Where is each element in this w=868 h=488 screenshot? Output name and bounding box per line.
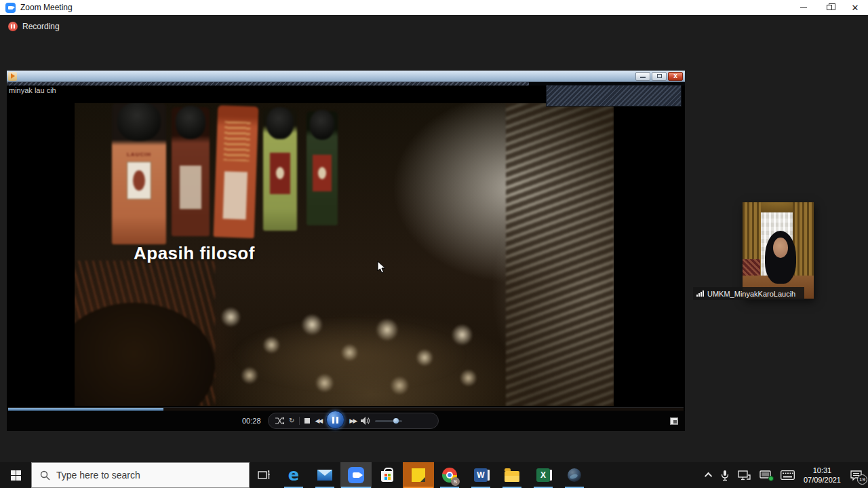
bottle-brand-label: LAUCIH: [117, 151, 161, 157]
recording-pause-icon: [8, 22, 18, 31]
globe-app-icon: [568, 468, 581, 482]
microsoft-store-icon: [381, 471, 393, 482]
elapsed-time: 00:28: [242, 417, 261, 425]
microphone-icon[interactable]: [721, 470, 729, 481]
participant-name-label: UMKM_MinyakKaroLaucih: [693, 287, 804, 300]
start-button[interactable]: [0, 462, 31, 488]
player-restore-button[interactable]: [652, 72, 667, 81]
taskbar-chrome[interactable]: S: [434, 462, 465, 488]
participant-face: [773, 238, 788, 258]
bottle-darkred: [172, 107, 210, 236]
mouse-cursor: [377, 261, 386, 274]
close-button[interactable]: ✕: [842, 0, 868, 15]
bottle-darkgreen: [307, 111, 338, 225]
taskbar-edge[interactable]: e: [278, 462, 309, 488]
search-icon: [40, 470, 50, 481]
taskbar-globe-app[interactable]: [559, 462, 590, 488]
security-ok-badge: [768, 476, 774, 481]
rewind-button[interactable]: ◀◀: [315, 417, 321, 424]
player-close-button[interactable]: x: [668, 72, 683, 81]
tray-expand-icon[interactable]: [705, 472, 712, 480]
window-title: Zoom Meeting: [20, 3, 73, 12]
repeat-icon[interactable]: ↻: [289, 417, 294, 424]
bottle-photo: [127, 162, 151, 200]
media-player-window: x minyak lau cih LAUCIH: [7, 71, 685, 431]
controls-divider: [299, 417, 300, 425]
sticky-notes-icon: [412, 468, 425, 482]
participant-video[interactable]: [743, 202, 814, 299]
player-controls-bar: 00:28 ↻ ◀◀ ▶▶: [7, 411, 685, 431]
task-view-button[interactable]: [250, 462, 278, 488]
minimize-button[interactable]: [791, 0, 816, 15]
edge-icon: e: [288, 466, 299, 485]
window-controls: ✕: [791, 0, 868, 15]
task-view-icon: [258, 470, 270, 481]
clip-title: minyak lau cih: [9, 86, 56, 94]
network-display-icon[interactable]: [738, 470, 751, 481]
taskbar: e S W: [0, 462, 868, 488]
switch-view-icon[interactable]: [670, 417, 678, 425]
meeting-content-area: Recording x minyak lau cih: [0, 15, 868, 462]
chrome-profile-badge: S: [451, 477, 460, 486]
transport-controls: ↻ ◀◀ ▶▶: [268, 413, 439, 429]
participant-name: UMKM_MinyakKaroLaucih: [707, 290, 795, 298]
search-box[interactable]: [31, 462, 250, 488]
windows-logo-icon: [11, 470, 21, 481]
shuffle-icon[interactable]: [275, 417, 284, 424]
volume-knob[interactable]: [393, 418, 399, 424]
player-titlebar[interactable]: x: [7, 71, 685, 82]
bottle-box-red: [214, 105, 259, 238]
display-security-icon[interactable]: [760, 470, 772, 480]
restore-button[interactable]: [816, 0, 842, 15]
file-explorer-icon: [505, 471, 519, 482]
taskbar-sticky-notes[interactable]: [403, 462, 434, 488]
player-minimize-button[interactable]: [635, 72, 650, 81]
bottle-laucih-orange: LAUCIH: [112, 103, 166, 244]
mail-icon: [317, 470, 332, 481]
excel-icon: X: [536, 468, 550, 482]
taskbar-excel[interactable]: X: [528, 462, 559, 488]
video-subtitle: Apasih filosof: [134, 243, 255, 264]
player-striped-panel: [546, 85, 682, 107]
taskbar-word[interactable]: W: [465, 462, 496, 488]
media-player-icon: [8, 72, 17, 81]
zoom-app-icon: [5, 3, 16, 13]
clock-date: 07/09/2021: [804, 475, 841, 485]
pause-button[interactable]: [326, 411, 344, 429]
keyboard-icon[interactable]: [781, 470, 795, 480]
volume-slider[interactable]: [375, 420, 402, 422]
taskbar-store[interactable]: [372, 462, 403, 488]
taskbar-clock[interactable]: 10:31 07/09/2021: [804, 466, 841, 485]
notification-center-button[interactable]: 19: [850, 470, 863, 481]
recording-indicator[interactable]: Recording: [8, 22, 60, 31]
search-input[interactable]: [56, 470, 226, 481]
video-viewport: LAUCIH Apasih filosof: [75, 103, 614, 406]
taskbar-file-explorer[interactable]: [496, 462, 528, 488]
bottle-green: [263, 109, 297, 231]
mute-button[interactable]: [361, 417, 370, 425]
zoom-window-titlebar: Zoom Meeting ✕: [0, 0, 868, 15]
zoom-taskbar-icon: [348, 467, 364, 483]
screen: Zoom Meeting ✕ Recording x minyak lau c: [0, 0, 868, 488]
clock-time: 10:31: [804, 466, 841, 475]
notification-count-badge: 19: [857, 474, 867, 485]
word-icon: W: [474, 468, 488, 482]
taskbar-zoom[interactable]: [340, 462, 372, 488]
stop-button[interactable]: [304, 418, 310, 424]
player-window-controls: x: [635, 72, 683, 81]
taskbar-mail[interactable]: [309, 462, 340, 488]
signal-bars-icon: [696, 290, 704, 297]
candlenuts-decor: [193, 279, 506, 406]
branches-decor: [506, 103, 614, 406]
recording-label: Recording: [22, 22, 60, 31]
fast-forward-button[interactable]: ▶▶: [349, 417, 356, 424]
system-tray: 10:31 07/09/2021 19: [707, 462, 868, 488]
